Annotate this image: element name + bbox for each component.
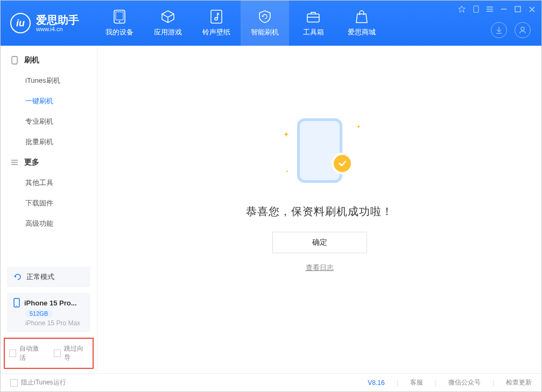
theme-icon[interactable] bbox=[457, 5, 466, 13]
highlight-options: 自动激活 跳过向导 bbox=[4, 338, 94, 369]
logo-area: iu 爱思助手 www.i4.cn bbox=[1, 1, 89, 46]
sidebar-group-more: 更多 bbox=[1, 152, 97, 173]
checkbox-icon bbox=[9, 350, 16, 357]
sidebar-item-download-firmware[interactable]: 下载固件 bbox=[1, 193, 97, 213]
phone-illustration-icon bbox=[297, 118, 342, 183]
sparkle-icon: ✦ bbox=[283, 130, 290, 139]
svg-point-2 bbox=[119, 21, 121, 23]
sidebar-item-advanced[interactable]: 高级功能 bbox=[1, 213, 97, 234]
sparkle-icon: • bbox=[286, 168, 288, 174]
checkbox-auto-activate[interactable]: 自动激活 bbox=[9, 344, 44, 362]
svg-point-20 bbox=[16, 305, 17, 307]
nav-label: 应用游戏 bbox=[154, 27, 182, 37]
sidebar: 刷机 iTunes刷机 一键刷机 专业刷机 批量刷机 更多 其他工具 下载固件 … bbox=[1, 46, 97, 373]
sidebar-item-oneclick-flash[interactable]: 一键刷机 bbox=[1, 91, 97, 111]
phone-icon bbox=[13, 298, 20, 308]
toolbox-icon bbox=[306, 9, 321, 24]
ok-button[interactable]: 确定 bbox=[272, 232, 367, 253]
device-mode-status[interactable]: 正常模式 bbox=[7, 267, 90, 287]
maximize-button[interactable] bbox=[513, 5, 522, 13]
success-illustration: ✦ ✦ • bbox=[277, 114, 363, 189]
refresh-shield-icon bbox=[257, 9, 272, 24]
device-card[interactable]: iPhone 15 Pro... 512GB iPhone 15 Pro Max bbox=[7, 293, 90, 332]
refresh-icon bbox=[13, 273, 22, 281]
success-check-icon bbox=[332, 153, 353, 174]
header: iu 爱思助手 www.i4.cn 我的设备 应用游戏 bbox=[1, 1, 541, 46]
sidebar-item-pro-flash[interactable]: 专业刷机 bbox=[1, 111, 97, 132]
window-controls bbox=[457, 5, 536, 13]
svg-rect-3 bbox=[211, 10, 222, 23]
close-button[interactable] bbox=[527, 5, 536, 13]
sidebar-item-batch-flash[interactable]: 批量刷机 bbox=[1, 132, 97, 152]
main-content: ✦ ✦ • 恭喜您，保资料刷机成功啦！ 确定 查看日志 bbox=[97, 46, 541, 373]
checkbox-icon bbox=[54, 350, 61, 357]
app-subtitle: www.i4.cn bbox=[36, 26, 79, 32]
checkbox-label: 跳过向导 bbox=[64, 344, 88, 362]
wechat-link[interactable]: 微信公众号 bbox=[448, 378, 481, 387]
account-button[interactable] bbox=[515, 22, 531, 38]
download-button[interactable] bbox=[491, 22, 507, 38]
device-icon bbox=[112, 9, 127, 24]
more-icon bbox=[10, 158, 19, 167]
checkbox-label: 阻止iTunes运行 bbox=[21, 378, 66, 387]
sidebar-item-other-tools[interactable]: 其他工具 bbox=[1, 173, 97, 193]
app-logo-icon: iu bbox=[10, 13, 31, 33]
device-full-name: iPhone 15 Pro Max bbox=[25, 319, 84, 327]
device-name: iPhone 15 Pro... bbox=[24, 299, 77, 307]
svg-point-4 bbox=[215, 18, 217, 20]
music-icon bbox=[209, 9, 224, 24]
sparkle-icon: ✦ bbox=[356, 124, 361, 130]
svg-rect-1 bbox=[116, 12, 123, 20]
phone-icon bbox=[10, 56, 19, 65]
nav-label: 我的设备 bbox=[105, 27, 133, 37]
footer: 阻止iTunes运行 V8.16 | 客服 | 微信公众号 | 检查更新 bbox=[1, 373, 541, 391]
nav-label: 智能刷机 bbox=[251, 27, 279, 37]
svg-point-14 bbox=[521, 27, 524, 31]
svg-rect-11 bbox=[515, 6, 520, 12]
status-label: 正常模式 bbox=[26, 272, 54, 282]
storage-badge: 512GB bbox=[25, 310, 52, 317]
sidebar-group-flash: 刷机 bbox=[1, 50, 97, 70]
nav-smart-flash[interactable]: 智能刷机 bbox=[241, 1, 289, 46]
nav-my-device[interactable]: 我的设备 bbox=[95, 1, 144, 46]
nav-ringtone-wallpaper[interactable]: 铃声壁纸 bbox=[192, 1, 241, 46]
view-log-link[interactable]: 查看日志 bbox=[306, 263, 334, 273]
sidebar-item-itunes-flash[interactable]: iTunes刷机 bbox=[1, 70, 97, 91]
skin-icon[interactable] bbox=[471, 5, 480, 13]
cube-icon bbox=[160, 9, 175, 24]
svg-rect-15 bbox=[12, 56, 17, 64]
nav-toolbox[interactable]: 工具箱 bbox=[289, 1, 337, 46]
svg-rect-6 bbox=[474, 6, 478, 12]
success-message: 恭喜您，保资料刷机成功啦！ bbox=[246, 204, 393, 219]
nav-label: 爱思商城 bbox=[348, 27, 376, 37]
checkbox-block-itunes[interactable]: 阻止iTunes运行 bbox=[10, 378, 66, 387]
nav-label: 铃声壁纸 bbox=[202, 27, 230, 37]
nav-label: 工具箱 bbox=[303, 27, 324, 37]
nav-store[interactable]: 爱思商城 bbox=[337, 1, 386, 46]
group-label: 刷机 bbox=[24, 55, 39, 65]
version-label: V8.16 bbox=[368, 379, 384, 387]
checkbox-skip-wizard[interactable]: 跳过向导 bbox=[54, 344, 89, 362]
top-nav: 我的设备 应用游戏 铃声壁纸 智能刷机 bbox=[95, 1, 386, 46]
minimize-button[interactable] bbox=[499, 5, 508, 13]
svg-rect-5 bbox=[307, 14, 319, 22]
shopping-bag-icon bbox=[354, 9, 369, 24]
checkbox-label: 自动激活 bbox=[19, 344, 44, 362]
app-title: 爱思助手 bbox=[36, 14, 79, 26]
checkbox-icon bbox=[10, 379, 18, 387]
group-label: 更多 bbox=[24, 158, 39, 167]
menu-icon[interactable] bbox=[485, 5, 494, 13]
nav-apps-games[interactable]: 应用游戏 bbox=[144, 1, 192, 46]
check-update-link[interactable]: 检查更新 bbox=[506, 378, 532, 387]
support-link[interactable]: 客服 bbox=[410, 378, 423, 387]
